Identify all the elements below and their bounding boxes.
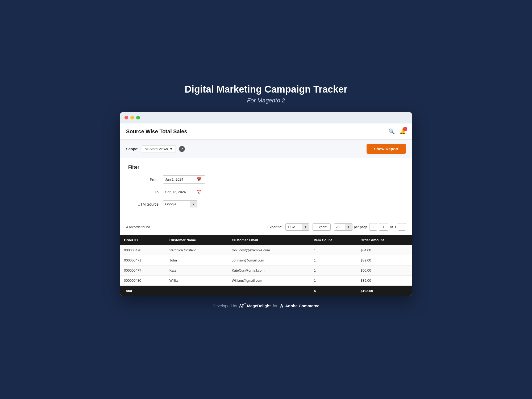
footer-developed-by: Developed by xyxy=(213,304,237,308)
from-date-input[interactable] xyxy=(165,177,194,181)
footer-customer-name xyxy=(165,286,227,296)
per-page-label: per page xyxy=(354,225,368,229)
col-order-id: Order ID xyxy=(120,235,165,245)
total-pages: 1 xyxy=(394,225,396,229)
cell-order-id: 000000480 xyxy=(120,276,165,286)
footer-for-text: for xyxy=(273,304,278,308)
minimize-button[interactable] xyxy=(130,116,134,119)
table-row: 000000471 John Johnson@gmail.com 1 $39.0… xyxy=(120,255,412,265)
footer-customer-email xyxy=(227,286,309,296)
magedelight-logo: Mˇ MageDelight xyxy=(239,303,271,309)
cell-order-id: 000000470 xyxy=(120,245,165,255)
prev-page-button[interactable]: ‹ xyxy=(369,223,377,231)
notification-button[interactable]: 🔔 1 xyxy=(399,128,406,135)
cell-order-id: 000000471 xyxy=(120,255,165,265)
adobe-commerce-text: Adobe Commerce xyxy=(285,304,319,308)
utm-source-label: UTM Source xyxy=(128,202,163,206)
magedelight-logo-icon: Mˇ xyxy=(239,303,245,309)
next-page-button[interactable]: › xyxy=(398,223,406,231)
page-number-input[interactable] xyxy=(379,223,388,231)
scope-dropdown[interactable]: All Store Views ▼ xyxy=(142,145,176,152)
data-table: Order ID Customer Name Customer Email It… xyxy=(120,235,412,296)
export-format-select[interactable]: CSV Excel PDF xyxy=(286,224,302,230)
cell-customer-email: roni_cost@example.com xyxy=(227,245,309,255)
close-button[interactable] xyxy=(124,116,128,119)
cell-order-amount: $50.00 xyxy=(356,265,412,276)
cell-order-id: 000000477 xyxy=(120,265,165,276)
app-window: Source Wise Total Sales 🔍 🔔 1 Scope: All… xyxy=(120,112,412,296)
top-bar: Source Wise Total Sales 🔍 🔔 1 xyxy=(120,123,412,140)
table-row: 000000470 Veronica Costello roni_cost@ex… xyxy=(120,245,412,255)
magedelight-text: MageDelight xyxy=(247,304,271,308)
chevron-down-icon: ▼ xyxy=(169,147,173,151)
table-body: 000000470 Veronica Costello roni_cost@ex… xyxy=(120,245,412,286)
maximize-button[interactable] xyxy=(136,116,140,119)
calendar-icon-to[interactable]: 📅 xyxy=(197,189,202,194)
utm-source-row: UTM Source Google Facebook Twitter Insta… xyxy=(128,200,404,208)
cell-customer-name: John xyxy=(165,255,227,265)
to-date-row: To 📅 xyxy=(128,188,404,196)
help-icon[interactable]: ? xyxy=(179,146,185,152)
window-body: Source Wise Total Sales 🔍 🔔 1 Scope: All… xyxy=(120,123,412,296)
to-date-input[interactable] xyxy=(165,190,194,194)
scope-label: Scope: xyxy=(126,147,139,151)
cell-customer-email: Johnson@gmail.com xyxy=(227,255,309,265)
window-titlebar xyxy=(120,112,412,123)
col-order-amount: Order Amount xyxy=(356,235,412,245)
adobe-commerce-logo: ∧ Adobe Commerce xyxy=(280,302,319,309)
of-label: of xyxy=(390,225,393,229)
cell-customer-email: William@gmail.com xyxy=(227,276,309,286)
scope-value: All Store Views xyxy=(145,147,168,151)
col-customer-email: Customer Email xyxy=(227,235,309,245)
search-button[interactable]: 🔍 xyxy=(388,128,395,135)
per-page-select-wrapper[interactable]: 20 50 100 ▼ xyxy=(334,223,352,231)
utm-source-select[interactable]: Google Facebook Twitter Instagram xyxy=(163,201,190,208)
adobe-logo-icon: ∧ xyxy=(280,302,284,309)
filter-title: Filter xyxy=(128,165,404,170)
show-report-button[interactable]: Show Report xyxy=(367,144,406,154)
main-title: Digital Marketing Campaign Tracker xyxy=(185,84,347,95)
page-title: Source Wise Total Sales xyxy=(126,128,187,135)
cell-customer-email: KateCurl@gmail.com xyxy=(227,265,309,276)
table-right-controls: Export to: CSV Excel PDF ▼ Export 20 50 xyxy=(268,223,406,231)
col-item-count: Item Count xyxy=(310,235,356,245)
footer-item-count: 4 xyxy=(310,286,356,296)
search-icon: 🔍 xyxy=(388,128,395,135)
scope-bar: Scope: All Store Views ▼ ? Show Report xyxy=(120,140,412,158)
top-bar-icons: 🔍 🔔 1 xyxy=(388,128,406,135)
cell-customer-name: Kate xyxy=(165,265,227,276)
table-row: 000000477 Kate KateCurl@gmail.com 1 $50.… xyxy=(120,265,412,276)
cell-item-count: 1 xyxy=(310,255,356,265)
records-count: 4 records found xyxy=(126,225,150,229)
scope-left: Scope: All Store Views ▼ ? xyxy=(126,145,185,152)
utm-select-arrow: ▼ xyxy=(190,201,197,207)
from-label: From xyxy=(128,177,163,182)
table-header-row: Order ID Customer Name Customer Email It… xyxy=(120,235,412,245)
from-date-row: From 📅 xyxy=(128,175,404,184)
export-button[interactable]: Export xyxy=(313,223,331,231)
utm-select-wrapper[interactable]: Google Facebook Twitter Instagram ▼ xyxy=(163,200,197,208)
notification-badge: 1 xyxy=(403,127,407,131)
export-select-wrapper[interactable]: CSV Excel PDF ▼ xyxy=(285,223,309,231)
cell-customer-name: William xyxy=(165,276,227,286)
pagination-wrapper: 20 50 100 ▼ per page ‹ of 1 › xyxy=(334,223,406,231)
table-controls: 4 records found Export to: CSV Excel PDF… xyxy=(120,219,412,235)
cell-order-amount: $39.00 xyxy=(356,276,412,286)
cell-customer-name: Veronica Costello xyxy=(165,245,227,255)
cell-item-count: 1 xyxy=(310,265,356,276)
from-date-input-wrapper[interactable]: 📅 xyxy=(163,175,205,184)
cell-order-amount: $64.00 xyxy=(356,245,412,255)
footer-total-label: Total xyxy=(120,286,165,296)
footer-order-amount: $192.00 xyxy=(356,286,412,296)
per-page-select[interactable]: 20 50 100 xyxy=(334,224,345,230)
main-subtitle: For Magento 2 xyxy=(185,97,347,104)
export-label: Export to: xyxy=(268,225,282,229)
page-header: Digital Marketing Campaign Tracker For M… xyxy=(185,84,347,104)
table-footer-row: Total 4 $192.00 xyxy=(120,286,412,296)
to-date-input-wrapper[interactable]: 📅 xyxy=(163,188,205,196)
footer-bar: Developed by Mˇ MageDelight for ∧ Adobe … xyxy=(206,296,326,315)
calendar-icon-from[interactable]: 📅 xyxy=(197,177,202,182)
cell-item-count: 1 xyxy=(310,245,356,255)
to-label: To xyxy=(128,190,163,194)
col-customer-name: Customer Name xyxy=(165,235,227,245)
